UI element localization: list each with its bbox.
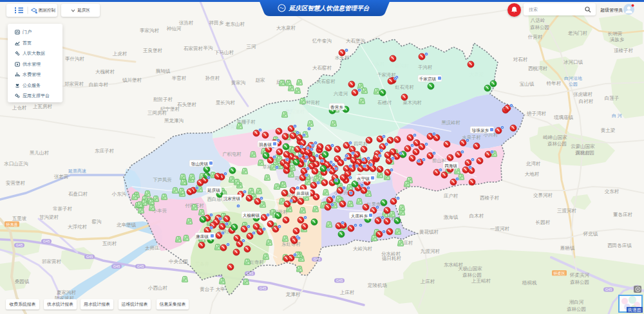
svg-text:千家湾村: 千家湾村 bbox=[377, 72, 396, 78]
svg-text:大庄科乡: 大庄科乡 bbox=[351, 214, 368, 219]
svg-text:永宁镇: 永宁镇 bbox=[357, 176, 370, 181]
svg-text:顶楂子村: 顶楂子村 bbox=[613, 48, 634, 53]
svg-text:德日耗村: 德日耗村 bbox=[382, 255, 402, 261]
svg-text:白木村: 白木村 bbox=[469, 213, 484, 219]
svg-text:大石窑村: 大石窑村 bbox=[312, 65, 332, 71]
svg-text:安营堡村: 安营堡村 bbox=[6, 180, 26, 186]
svg-text:延庆镇: 延庆镇 bbox=[207, 188, 220, 193]
svg-text:北湾村: 北湾村 bbox=[526, 161, 541, 167]
svg-text:大石窑村: 大石窑村 bbox=[316, 78, 336, 84]
svg-text:满族乡: 满族乡 bbox=[610, 37, 625, 42]
svg-text:旧县镇: 旧县镇 bbox=[259, 142, 272, 147]
svg-text:千家店镇: 千家店镇 bbox=[419, 77, 437, 82]
svg-text:白衬村: 白衬村 bbox=[579, 98, 594, 104]
svg-text:八达岭: 八达岭 bbox=[531, 17, 545, 23]
svg-text:桑园镇: 桑园镇 bbox=[15, 279, 30, 284]
svg-text:慰留子村: 慰留子村 bbox=[153, 97, 173, 102]
svg-text:石盘口村: 石盘口村 bbox=[68, 191, 88, 197]
svg-text:张浩村: 张浩村 bbox=[179, 20, 194, 26]
svg-text:大杨山国家: 大杨山国家 bbox=[458, 266, 482, 272]
svg-text:井庄镇: 井庄镇 bbox=[296, 191, 309, 196]
svg-text:石槽村: 石槽村 bbox=[377, 100, 392, 106]
svg-text:红石湾村: 红石湾村 bbox=[395, 84, 414, 90]
svg-text:什营村: 什营村 bbox=[528, 34, 543, 40]
svg-text:九渡河村: 九渡河村 bbox=[421, 248, 440, 254]
svg-text:潮白河: 潮白河 bbox=[569, 299, 584, 305]
svg-text:森林公园: 森林公园 bbox=[530, 24, 549, 30]
svg-text:老东山村: 老东山村 bbox=[225, 21, 245, 27]
svg-text:白河湿地: 白河湿地 bbox=[564, 76, 582, 81]
svg-text:长园村: 长园村 bbox=[535, 219, 551, 225]
svg-text:G45: G45 bbox=[86, 255, 93, 259]
svg-text:里长沟村: 里长沟村 bbox=[216, 100, 236, 106]
svg-text:下芦凤营: 下芦凤营 bbox=[153, 177, 171, 183]
svg-text:东红寺村: 东红寺村 bbox=[281, 241, 301, 247]
svg-text:水口山正沟: 水口山正沟 bbox=[3, 161, 28, 167]
svg-text:G45: G45 bbox=[113, 264, 120, 268]
svg-text:三渡河村: 三渡河村 bbox=[557, 208, 577, 214]
svg-text:公园: 公园 bbox=[569, 82, 578, 87]
svg-text:上庄村: 上庄村 bbox=[340, 290, 355, 295]
svg-text:怀来县: 怀来县 bbox=[6, 223, 18, 226]
svg-text:崎峰山国家: 崎峰山国家 bbox=[543, 134, 567, 140]
svg-text:董各庄村: 董各庄村 bbox=[613, 212, 633, 217]
svg-text:西幌湾村: 西幌湾村 bbox=[528, 66, 548, 71]
svg-text:白款寺村: 白款寺村 bbox=[89, 82, 109, 88]
svg-text:交东村: 交东村 bbox=[605, 189, 620, 194]
svg-text:黑龙潭沟: 黑龙潭沟 bbox=[164, 118, 184, 124]
svg-text:一渡河村: 一渡河村 bbox=[490, 226, 510, 232]
svg-text:香营乡: 香营乡 bbox=[330, 105, 343, 110]
svg-text:郑家营村: 郑家营村 bbox=[64, 81, 84, 87]
svg-text:六道河: 六道河 bbox=[334, 91, 348, 97]
svg-text:怀柔区: 怀柔区 bbox=[553, 271, 565, 275]
svg-text:黑汉岭村: 黑汉岭村 bbox=[441, 120, 460, 125]
svg-text:神仙河: 神仙河 bbox=[167, 26, 182, 32]
svg-text:忆牛奎沟: 忆牛奎沟 bbox=[312, 38, 332, 44]
svg-text:甘沟梁村: 甘沟梁村 bbox=[39, 214, 59, 220]
svg-text:石头堡村: 石头堡村 bbox=[177, 102, 197, 107]
svg-text:上庄村: 上庄村 bbox=[421, 279, 435, 284]
svg-text:G45: G45 bbox=[336, 279, 343, 282]
svg-text:腾鸠镇: 腾鸠镇 bbox=[156, 68, 171, 74]
svg-text:大岭沟村: 大岭沟村 bbox=[353, 246, 373, 252]
svg-text:沈家营镇: 沈家营镇 bbox=[223, 196, 241, 201]
svg-text:G45: G45 bbox=[16, 243, 23, 247]
svg-text:赵家: 赵家 bbox=[256, 77, 266, 83]
svg-text:李什沟村: 李什沟村 bbox=[65, 56, 85, 62]
svg-text:中央公园: 中央公园 bbox=[169, 259, 188, 264]
svg-text:石家营村: 石家营村 bbox=[184, 46, 204, 51]
svg-text:长哨营: 长哨营 bbox=[607, 31, 623, 37]
svg-text:孙住村: 孙住村 bbox=[205, 75, 220, 81]
svg-text:水泉子村: 水泉子村 bbox=[462, 134, 481, 140]
svg-text:珍珠泉乡: 珍珠泉乡 bbox=[472, 128, 489, 133]
svg-text:上王峪村: 上王峪村 bbox=[471, 278, 491, 284]
svg-text:王良堡村: 王良堡村 bbox=[143, 48, 163, 53]
svg-text:镇川堡村: 镇川堡村 bbox=[122, 77, 142, 83]
svg-text:下马山村: 下马山村 bbox=[214, 50, 234, 55]
svg-text:夏家沟村: 夏家沟村 bbox=[57, 290, 77, 295]
svg-text:康庄镇: 康庄镇 bbox=[196, 234, 209, 239]
svg-text:激海镇: 激海镇 bbox=[444, 214, 459, 220]
svg-text:琉璃庙镇: 琉璃庙镇 bbox=[554, 115, 574, 120]
svg-text:森林公园: 森林公园 bbox=[547, 141, 567, 147]
svg-text:老沟门村: 老沟门村 bbox=[568, 30, 588, 36]
svg-text:郭家营村: 郭家营村 bbox=[42, 259, 62, 264]
svg-text:张老营: 张老营 bbox=[54, 174, 69, 180]
svg-text:半官村: 半官村 bbox=[172, 75, 187, 81]
svg-text:延庆区智慧人饮信息管理平台: 延庆区智慧人饮信息管理平台 bbox=[289, 5, 370, 12]
svg-text:大水泉村: 大水泉村 bbox=[276, 25, 296, 31]
svg-text:小东沟: 小东沟 bbox=[111, 191, 127, 197]
svg-text:上虎村: 上虎村 bbox=[113, 51, 128, 57]
svg-text:大地村: 大地村 bbox=[525, 171, 540, 177]
svg-text:张虎啸村: 张虎啸村 bbox=[573, 91, 593, 97]
svg-text:菜木沟村: 菜木沟村 bbox=[402, 100, 422, 106]
svg-text:森林公园: 森林公园 bbox=[570, 279, 589, 285]
svg-text:三河: 三河 bbox=[247, 44, 257, 50]
svg-text:北辛堡镇: 北辛堡镇 bbox=[117, 222, 137, 228]
svg-text:小西山村: 小西山村 bbox=[147, 285, 168, 291]
svg-text:李家沟村: 李家沟村 bbox=[140, 28, 160, 33]
svg-text:常寨子村: 常寨子村 bbox=[53, 206, 73, 212]
svg-text:西楂子村: 西楂子村 bbox=[480, 195, 500, 201]
svg-text:对石村: 对石村 bbox=[513, 57, 528, 62]
svg-text:上仓村: 上仓村 bbox=[12, 105, 27, 111]
